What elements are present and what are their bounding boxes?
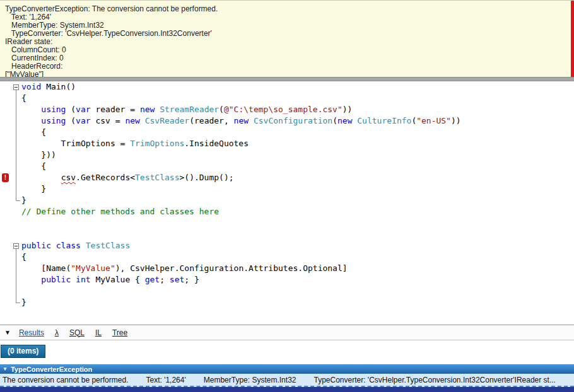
tab-sql[interactable]: SQL — [69, 328, 85, 337]
code-line[interactable]: } — [21, 183, 574, 195]
code-lines[interactable]: void Main(){ using (var reader = new Str… — [21, 81, 574, 308]
fold-guide-end — [16, 200, 20, 201]
code-line[interactable]: })) — [21, 149, 574, 161]
exception-line: HeaderRecord: — [5, 62, 566, 71]
exception-line: TypeConverter: 'CsvHelper.TypeConversion… — [5, 30, 566, 38]
tab-lambda[interactable]: λ — [55, 328, 59, 337]
fold-collapse-icon[interactable] — [13, 243, 19, 249]
code-line[interactable]: { — [21, 161, 574, 172]
results-dropdown-caret-icon[interactable]: ▼ — [4, 329, 11, 336]
code-line[interactable]: using (var csv = new CsvReader(reader, n… — [21, 115, 574, 127]
exception-panel: TypeConverterException: The conversion c… — [0, 0, 574, 77]
code-token: ( — [332, 116, 337, 125]
fold-margin: ! — [0, 81, 21, 325]
code-token: csv = — [91, 116, 126, 125]
exception-detail-segment: The conversion cannot be performed. — [3, 376, 128, 384]
exception-line: IReader state: — [5, 38, 566, 46]
code-token: "MyValue" — [71, 263, 115, 273]
code-token: ; } — [184, 275, 199, 284]
code-token: var — [76, 105, 90, 114]
code-line[interactable]: TrimOptions = TrimOptions.InsideQuotes — [21, 138, 574, 149]
items-count-badge[interactable]: (0 items) — [1, 345, 45, 358]
bottom-status-bar — [0, 387, 574, 392]
code-token — [21, 173, 61, 182]
code-token: TestClass — [86, 241, 130, 250]
code-token: [Name( — [21, 263, 71, 273]
code-token: var — [76, 116, 90, 125]
code-editor[interactable]: ! void Main(){ using (var reader = new S… — [0, 81, 574, 325]
code-line[interactable]: { — [21, 93, 574, 104]
collapse-triangle-icon[interactable]: ▼ — [3, 366, 8, 372]
code-token: new — [125, 116, 139, 125]
code-token: new — [140, 105, 155, 114]
code-token: void — [21, 82, 41, 91]
code-line[interactable]: void Main() — [21, 81, 574, 93]
code-token: Main() — [41, 82, 76, 91]
code-line[interactable]: [Name("MyValue"), CsvHelper.Configuratio… — [21, 263, 574, 274]
code-line[interactable]: csv.GetRecords<TestClass>().Dump(); — [21, 172, 574, 183]
code-token: public — [41, 275, 71, 284]
code-token — [71, 275, 76, 284]
code-token: })) — [21, 150, 56, 159]
code-token: ), CsvHelper.Configuration.Attributes.Op… — [115, 263, 348, 273]
code-line[interactable]: public class TestClass — [21, 240, 574, 251]
tab-il[interactable]: IL — [95, 328, 102, 337]
code-token — [21, 116, 41, 125]
exception-line: ["MyValue"] — [5, 71, 566, 77]
code-token: ( — [66, 105, 76, 114]
code-token: } — [21, 195, 26, 205]
code-line[interactable] — [21, 217, 574, 229]
exception-row[interactable]: The conversion cannot be performed.Text:… — [0, 374, 574, 387]
exception-detail-segment: Text: '1,264' — [146, 376, 185, 384]
code-token — [21, 275, 41, 284]
code-line[interactable]: // Define other methods and classes here — [21, 206, 574, 217]
tab-results[interactable]: Results — [19, 328, 44, 337]
code-token: TrimOptions = — [21, 139, 130, 148]
code-line[interactable] — [21, 285, 574, 297]
code-token: ; — [160, 275, 170, 284]
code-token: CsvConfiguration — [254, 116, 332, 125]
panel-splitter[interactable] — [0, 77, 574, 81]
code-token: MyValue { — [91, 275, 145, 284]
code-token: public — [21, 241, 51, 250]
code-token: "en-US" — [416, 116, 451, 125]
code-token: TrimOptions — [130, 139, 184, 148]
tab-tree[interactable]: Tree — [112, 328, 127, 337]
code-token: using — [41, 105, 66, 114]
code-token: ( — [219, 105, 224, 114]
code-line[interactable]: { — [21, 251, 574, 263]
code-token: class — [56, 241, 81, 250]
code-line[interactable]: public int MyValue { get; set; } — [21, 274, 574, 285]
code-token — [249, 116, 254, 125]
code-token — [21, 105, 41, 114]
exception-result-header[interactable]: ▼ TypeConverterException — [0, 364, 574, 374]
code-line[interactable]: using (var reader = new StreamReader(@"C… — [21, 104, 574, 115]
exception-panel-lines: TypeConverterException: The conversion c… — [5, 5, 566, 77]
code-token: { — [21, 252, 26, 262]
exception-line: CurrentIndex: 0 — [5, 54, 566, 62]
code-token: get — [145, 275, 160, 284]
code-token: StreamReader — [160, 105, 219, 114]
code-line[interactable] — [21, 229, 574, 240]
fold-collapse-icon[interactable] — [13, 84, 19, 90]
results-tabbar-tabs: ResultsλSQLILTree — [19, 328, 138, 337]
code-token: @"C:\temp\so_sample.csv" — [224, 105, 343, 114]
code-token: CultureInfo — [357, 116, 411, 125]
code-token: } — [21, 297, 26, 307]
code-token: { — [21, 127, 46, 137]
exception-line: ColumnCount: 0 — [5, 46, 566, 54]
error-margin-icon[interactable]: ! — [2, 173, 9, 182]
code-token: { — [21, 161, 46, 171]
exception-line: TypeConverterException: The conversion c… — [5, 5, 566, 13]
code-token — [51, 241, 56, 250]
exception-detail-segment: MemberType: System.Int32 — [204, 376, 296, 384]
code-line[interactable]: { — [21, 127, 574, 138]
code-token: using — [41, 116, 66, 125]
code-token: { — [21, 93, 26, 103]
code-token: CsvReader — [145, 116, 189, 125]
code-token: >().Dump(); — [179, 173, 233, 182]
code-line[interactable]: } — [21, 297, 574, 308]
code-token: new — [337, 116, 352, 125]
code-token — [81, 241, 86, 250]
code-line[interactable]: } — [21, 195, 574, 206]
